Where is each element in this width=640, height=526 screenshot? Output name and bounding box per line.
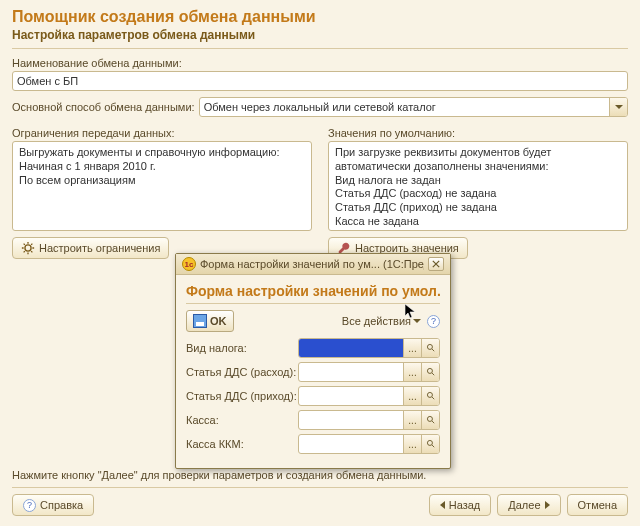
svg-point-1: [427, 344, 432, 349]
method-dropdown[interactable]: Обмен через локальный или сетевой катало…: [199, 97, 628, 117]
svg-point-2: [427, 368, 432, 373]
dds-out-search-button[interactable]: [421, 363, 439, 381]
restrictions-label: Ограничения передачи данных:: [12, 127, 312, 139]
kkm-label: Касса ККМ:: [186, 438, 294, 450]
arrow-left-icon: [440, 501, 445, 509]
modal-heading: Форма настройки значений по умол...: [186, 283, 440, 299]
wizard-hint: Нажмите кнопку "Далее" для проверки пара…: [12, 469, 628, 481]
modal-titlebar[interactable]: 1c Форма настройки значений по ум... (1С…: [176, 254, 450, 275]
help-label: Справка: [40, 499, 83, 511]
chevron-down-icon: [615, 105, 623, 109]
defaults-modal: 1c Форма настройки значений по ум... (1С…: [175, 253, 451, 469]
configure-restrictions-button[interactable]: Настроить ограничения: [12, 237, 169, 259]
dds-out-ellipsis-button[interactable]: ...: [403, 363, 421, 381]
dds-in-search-button[interactable]: [421, 387, 439, 405]
wizard-subtitle: Настройка параметров обмена данными: [12, 28, 628, 42]
cancel-label: Отмена: [578, 499, 617, 511]
exchange-name-input[interactable]: [12, 71, 628, 91]
dds-in-label: Статья ДДС (приход):: [186, 390, 294, 402]
cancel-button[interactable]: Отмена: [567, 494, 628, 516]
dds-in-field[interactable]: ...: [298, 386, 440, 406]
method-label: Основной способ обмена данными:: [12, 101, 195, 113]
search-icon: [426, 439, 436, 449]
wizard-footer: ? Справка Назад Далее Отмена: [12, 487, 628, 516]
next-label: Далее: [508, 499, 540, 511]
kkm-search-button[interactable]: [421, 435, 439, 453]
kkm-field[interactable]: ...: [298, 434, 440, 454]
dds-out-value: [299, 363, 403, 381]
svg-point-3: [427, 392, 432, 397]
chevron-down-icon: [413, 319, 421, 323]
svg-point-4: [427, 416, 432, 421]
search-icon: [426, 367, 436, 377]
oneC-icon: 1c: [182, 257, 196, 271]
arrow-right-icon: [545, 501, 550, 509]
kassa-label: Касса:: [186, 414, 294, 426]
kkm-ellipsis-button[interactable]: ...: [403, 435, 421, 453]
all-actions-label: Все действия: [342, 315, 411, 327]
close-icon: [432, 260, 440, 268]
search-icon: [426, 415, 436, 425]
dds-in-ellipsis-button[interactable]: ...: [403, 387, 421, 405]
all-actions-menu[interactable]: Все действия: [342, 315, 421, 327]
method-dropdown-button[interactable]: [609, 98, 627, 116]
kassa-ellipsis-button[interactable]: ...: [403, 411, 421, 429]
tax-search-button[interactable]: [421, 339, 439, 357]
kassa-value: [299, 411, 403, 429]
next-button[interactable]: Далее: [497, 494, 560, 516]
wizard-title: Помощник создания обмена данными: [12, 8, 628, 26]
defaults-label: Значения по умолчанию:: [328, 127, 628, 139]
back-label: Назад: [449, 499, 481, 511]
gear-icon: [21, 241, 35, 255]
separator: [12, 48, 628, 49]
tax-field[interactable]: ...: [298, 338, 440, 358]
restrictions-textarea[interactable]: Выгружать документы и справочную информа…: [12, 141, 312, 231]
save-icon: [193, 314, 207, 328]
tax-ellipsis-button[interactable]: ...: [403, 339, 421, 357]
search-icon: [426, 391, 436, 401]
help-icon: ?: [23, 499, 36, 512]
modal-ok-label: OK: [210, 315, 227, 327]
tax-value: [299, 339, 403, 357]
modal-ok-button[interactable]: OK: [186, 310, 234, 332]
dds-out-field[interactable]: ...: [298, 362, 440, 382]
kassa-search-button[interactable]: [421, 411, 439, 429]
kassa-field[interactable]: ...: [298, 410, 440, 430]
modal-separator: [186, 303, 440, 304]
dds-in-value: [299, 387, 403, 405]
modal-titlebar-text: Форма настройки значений по ум... (1С:Пр…: [200, 258, 424, 270]
svg-point-0: [25, 245, 31, 251]
search-icon: [426, 343, 436, 353]
svg-point-5: [427, 440, 432, 445]
method-value: Обмен через локальный или сетевой катало…: [200, 99, 609, 115]
help-button[interactable]: ? Справка: [12, 494, 94, 516]
modal-close-button[interactable]: [428, 257, 444, 271]
dds-out-label: Статья ДДС (расход):: [186, 366, 294, 378]
kkm-value: [299, 435, 403, 453]
exchange-name-label: Наименование обмена данными:: [12, 57, 628, 69]
tax-label: Вид налога:: [186, 342, 294, 354]
configure-restrictions-label: Настроить ограничения: [39, 242, 160, 254]
back-button[interactable]: Назад: [429, 494, 492, 516]
modal-help-button[interactable]: ?: [427, 315, 440, 328]
defaults-textarea[interactable]: При загрузке реквизиты документов будет …: [328, 141, 628, 231]
